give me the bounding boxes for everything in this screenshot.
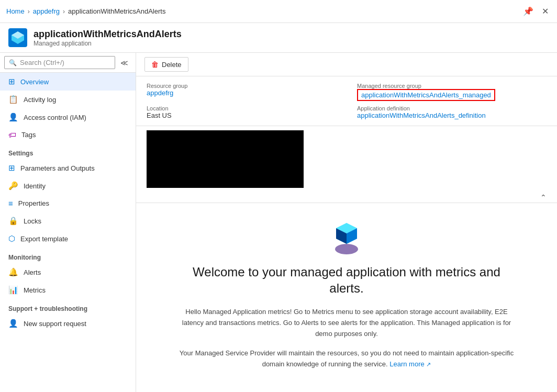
sidebar-item-parameters-outputs[interactable]: ⊞ Parameters and Outputs	[0, 159, 136, 177]
search-icon: 🔍	[9, 59, 17, 66]
breadcrumb-sep-1: ›	[28, 8, 30, 15]
delete-icon: 🗑	[151, 60, 159, 69]
external-link-icon: ↗	[426, 361, 431, 367]
welcome-body-1: Hello Managed Application metrics! Go to…	[179, 307, 514, 339]
activity-log-icon: 📋	[8, 95, 18, 104]
access-control-icon: 👤	[8, 113, 18, 122]
settings-section-label: Settings	[0, 143, 136, 159]
location-item: Location East US	[147, 105, 336, 119]
welcome-body-2: Your Managed Service Provider will maint…	[179, 348, 514, 370]
breadcrumb-home[interactable]: Home	[6, 7, 25, 15]
resource-group-item: Resource group appdefrg	[147, 83, 336, 101]
top-bar: Home › appdefrg › applicationWithMetrics…	[0, 0, 557, 23]
sidebar-item-access-control[interactable]: 👤 Access control (IAM)	[0, 108, 136, 126]
managed-rg-label: Managed resource group	[357, 83, 547, 89]
page-header-text: applicationWithMetricsAndAlerts Managed …	[34, 29, 182, 47]
managed-rg-value[interactable]: applicationWithMetricsAndAlerts_managed	[361, 91, 491, 99]
pin-icon[interactable]: 📌	[521, 4, 536, 18]
close-icon[interactable]: ✕	[540, 4, 551, 18]
breadcrumb-appdefrg[interactable]: appdefrg	[33, 7, 60, 15]
collapse-row: ⌃	[136, 192, 557, 203]
top-bar-actions: 📌 ✕	[521, 4, 551, 18]
app-def-label: Application definition	[357, 105, 547, 111]
sidebar-item-overview[interactable]: ⊞ Overview	[0, 73, 136, 91]
parameters-icon: ⊞	[8, 163, 15, 173]
delete-button[interactable]: 🗑 Delete	[144, 57, 188, 72]
breadcrumb-sep-2: ›	[63, 8, 65, 15]
sidebar: 🔍 ≪ ⊞ Overview 📋 Activity log 👤 Access c…	[0, 53, 136, 392]
preview-image	[147, 130, 304, 188]
tags-icon: 🏷	[8, 130, 16, 139]
sidebar-item-export-template[interactable]: ⬡ Export template	[0, 230, 136, 248]
svg-point-3	[335, 244, 358, 254]
sidebar-item-properties[interactable]: ≡ Properties	[0, 195, 136, 212]
breadcrumb: Home › appdefrg › applicationWithMetrics…	[6, 7, 165, 15]
identity-icon: 🔑	[8, 181, 18, 191]
main-layout: 🔍 ≪ ⊞ Overview 📋 Activity log 👤 Access c…	[0, 53, 557, 392]
sidebar-item-locks[interactable]: 🔒 Locks	[0, 212, 136, 230]
toolbar: 🗑 Delete	[136, 53, 557, 76]
app-def-value[interactable]: applicationWithMetricsAndAlerts_definiti…	[357, 111, 486, 119]
app-def-item: Application definition applicationWithMe…	[357, 105, 547, 119]
sidebar-item-tags[interactable]: 🏷 Tags	[0, 126, 136, 143]
info-section: Resource group appdefrg Managed resource…	[136, 76, 557, 126]
sidebar-item-new-support[interactable]: 👤 New support request	[0, 315, 136, 332]
sidebar-item-alerts[interactable]: 🔔 Alerts	[0, 263, 136, 281]
locks-icon: 🔒	[8, 216, 18, 226]
collapse-chevron-icon[interactable]: ⌃	[540, 193, 547, 201]
resource-group-value[interactable]: appdefrg	[147, 89, 173, 97]
alerts-icon: 🔔	[8, 267, 18, 277]
overview-icon: ⊞	[8, 77, 15, 86]
resource-group-label: Resource group	[147, 83, 336, 89]
location-label: Location	[147, 105, 336, 111]
managed-rg-item: Managed resource group applicationWithMe…	[357, 83, 547, 101]
sidebar-collapse-button[interactable]: ≪	[117, 57, 131, 69]
welcome-icon	[326, 214, 367, 255]
page-subtitle: Managed application	[34, 40, 182, 47]
content-area: 🗑 Delete Resource group appdefrg Managed…	[136, 53, 557, 392]
metrics-icon: 📊	[8, 285, 18, 295]
sidebar-item-identity[interactable]: 🔑 Identity	[0, 177, 136, 195]
welcome-title: Welcome to your managed application with…	[178, 264, 515, 296]
breadcrumb-current: applicationWithMetricsAndAlerts	[68, 7, 165, 15]
learn-more-link[interactable]: Learn more ↗	[389, 360, 431, 368]
monitoring-section-label: Monitoring	[0, 248, 136, 263]
sidebar-item-metrics[interactable]: 📊 Metrics	[0, 281, 136, 299]
location-value: East US	[147, 111, 336, 119]
properties-icon: ≡	[8, 199, 13, 208]
search-input[interactable]	[20, 59, 110, 66]
support-icon: 👤	[8, 319, 18, 328]
page-header: applicationWithMetricsAndAlerts Managed …	[0, 23, 557, 53]
welcome-section: Welcome to your managed application with…	[136, 203, 557, 388]
export-template-icon: ⬡	[8, 234, 15, 243]
support-section-label: Support + troubleshooting	[0, 299, 136, 315]
managed-rg-box: applicationWithMetricsAndAlerts_managed	[357, 89, 495, 101]
app-icon	[8, 28, 27, 47]
page-title: applicationWithMetricsAndAlerts	[34, 29, 182, 40]
sidebar-item-activity-log[interactable]: 📋 Activity log	[0, 91, 136, 108]
